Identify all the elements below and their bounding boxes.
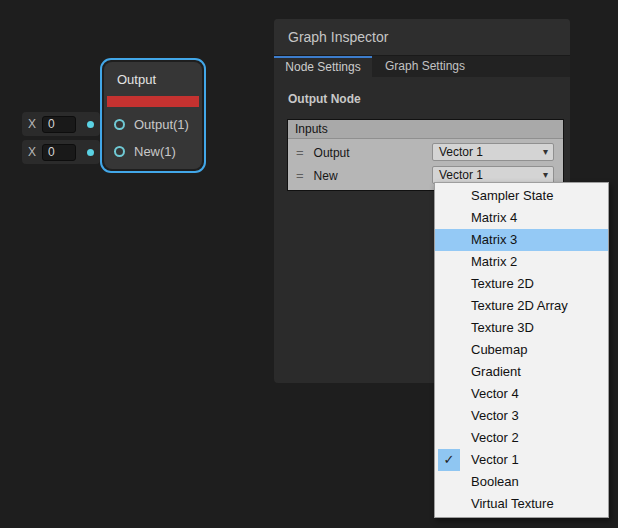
menu-item[interactable]: ✓ Cubemap (435, 339, 608, 361)
menu-item-label: Virtual Texture (471, 496, 554, 511)
menu-item[interactable]: ✓ Vector 1 (435, 449, 608, 471)
type-dropdown-value: Vector 1 (439, 145, 483, 159)
menu-item[interactable]: ✓ Virtual Texture (435, 493, 608, 515)
drag-handle-icon[interactable]: = (296, 168, 304, 183)
node-ports: Output(1) New(1) (104, 107, 202, 165)
check-icon: ✓ (438, 449, 460, 471)
axis-label: X (28, 145, 36, 159)
node-title: Output (104, 62, 202, 96)
tab-graph-settings[interactable]: Graph Settings (385, 56, 465, 77)
menu-item-label: Vector 3 (471, 408, 519, 423)
menu-item[interactable]: ✓ Matrix 2 (435, 251, 608, 273)
output-node[interactable]: Output Output(1) New(1) (100, 58, 206, 173)
value-widgets: X X (22, 112, 100, 168)
menu-item[interactable]: ✓ Matrix 3 (435, 229, 608, 251)
type-dropdown-value: Vector 1 (439, 168, 483, 182)
tab-bar: Node Settings Graph Settings (274, 56, 570, 77)
node-body: Output Output(1) New(1) (104, 62, 202, 169)
input-row-label: Output (314, 146, 350, 160)
menu-item-label: Texture 3D (471, 320, 534, 335)
menu-item-label: Texture 2D Array (471, 298, 568, 313)
tab-node-settings[interactable]: Node Settings (274, 56, 372, 77)
menu-item-label: Matrix 4 (471, 210, 517, 225)
menu-item[interactable]: ✓ Texture 3D (435, 317, 608, 339)
inputs-list: Inputs = Output Vector 1 ▾ = New Vector … (287, 119, 564, 191)
port-label: New(1) (134, 144, 176, 159)
menu-item[interactable]: ✓ Matrix 4 (435, 207, 608, 229)
node-port[interactable]: Output(1) (104, 111, 202, 138)
port-dot-icon[interactable] (87, 121, 94, 128)
menu-item[interactable]: ✓ Boolean (435, 471, 608, 493)
drag-handle-icon[interactable]: = (296, 145, 304, 160)
chevron-down-icon: ▾ (543, 167, 548, 183)
menu-item-label: Matrix 3 (471, 232, 517, 247)
menu-item[interactable]: ✓ Texture 2D (435, 273, 608, 295)
menu-item-label: Matrix 2 (471, 254, 517, 269)
menu-item[interactable]: ✓ Sampler State (435, 185, 608, 207)
port-label: Output(1) (134, 117, 189, 132)
value-input[interactable] (42, 116, 76, 133)
axis-label: X (28, 117, 36, 131)
section-title: Output Node (288, 92, 570, 106)
menu-item[interactable]: ✓ Vector 3 (435, 405, 608, 427)
type-dropdown[interactable]: Vector 1 ▾ (432, 143, 554, 161)
menu-item-label: Texture 2D (471, 276, 534, 291)
shader-graph-canvas: { "icons": { "check": "✓", "dropdown_arr… (0, 0, 618, 528)
node-port[interactable]: New(1) (104, 138, 202, 165)
type-context-menu: ✓ Sampler State ✓ Matrix 4 ✓ Matrix 3 ✓ … (434, 182, 609, 518)
menu-item-label: Vector 1 (471, 452, 519, 467)
panel-title: Graph Inspector (274, 19, 570, 56)
value-widget[interactable]: X (22, 112, 100, 136)
chevron-down-icon: ▾ (543, 144, 548, 160)
menu-item-label: Gradient (471, 364, 521, 379)
menu-item[interactable]: ✓ Texture 2D Array (435, 295, 608, 317)
menu-item[interactable]: ✓ Vector 4 (435, 383, 608, 405)
input-row-label: New (314, 169, 338, 183)
menu-item[interactable]: ✓ Vector 2 (435, 427, 608, 449)
menu-item-label: Vector 2 (471, 430, 519, 445)
menu-item-label: Cubemap (471, 342, 527, 357)
menu-item-label: Boolean (471, 474, 519, 489)
value-input[interactable] (42, 144, 76, 161)
inputs-header: Inputs (288, 120, 563, 139)
node-color-bar (107, 96, 199, 107)
port-circle-icon[interactable] (114, 146, 125, 157)
menu-item[interactable]: ✓ Gradient (435, 361, 608, 383)
port-dot-icon[interactable] (87, 149, 94, 156)
menu-item-label: Vector 4 (471, 386, 519, 401)
input-row: = Output Vector 1 ▾ (288, 141, 563, 164)
menu-item-label: Sampler State (471, 188, 553, 203)
port-circle-icon[interactable] (114, 119, 125, 130)
value-widget[interactable]: X (22, 140, 100, 164)
